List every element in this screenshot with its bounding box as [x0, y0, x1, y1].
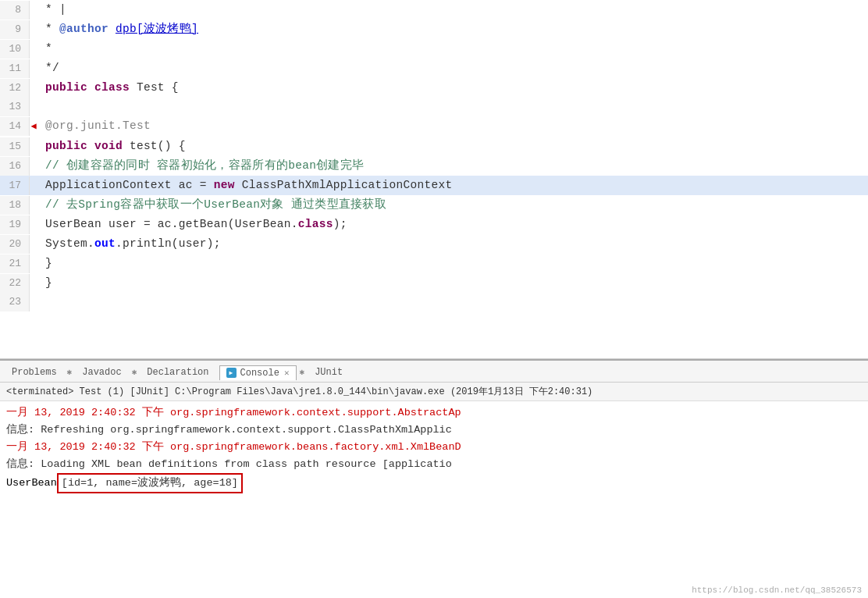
console-output: 一月 13, 2019 2:40:32 下午 org.springframewo…: [0, 401, 868, 598]
code-line-13: 13: [0, 98, 868, 116]
terminated-text: <terminated> Test (1) [JUnit] C:\Program…: [6, 386, 592, 397]
code-scroll[interactable]: 8 * | 9 * @author dpb[波波烤鸭] 10 * 11 */ 1…: [0, 0, 868, 358]
userbean-prefix: UserBean: [6, 475, 57, 492]
code-line-20: 20 System.out.println(user);: [0, 234, 868, 254]
code-line-14: 14 ◀ @org.junit.Test: [0, 116, 868, 137]
code-line-8: 8 * |: [0, 0, 868, 20]
code-line-17: 17 ApplicationContext ac = new ClassPath…: [0, 176, 868, 195]
tabs-bar: Problems ✱ Javadoc ✱ Declaration ▶ Conso…: [0, 361, 868, 383]
console-line-3: 一月 13, 2019 2:40:32 下午 org.springframewo…: [6, 439, 862, 456]
console-close-icon[interactable]: ✕: [284, 368, 290, 378]
code-line-9: 9 * @author dpb[波波烤鸭]: [0, 20, 868, 39]
editor-area: 8 * | 9 * @author dpb[波波烤鸭] 10 * 11 */ 1…: [0, 0, 868, 359]
tab-junit[interactable]: JUnit: [308, 365, 350, 379]
userbean-value: [id=1, name=波波烤鸭, age=18]: [57, 473, 243, 493]
junit-tab-label: JUnit: [315, 367, 343, 378]
horizontal-scrollbar[interactable]: [0, 358, 868, 359]
console-tab-label: Console: [240, 368, 279, 379]
console-line-4: 信息: Loading XML bean definitions from cl…: [6, 456, 862, 473]
console-line-5: UserBean [id=1, name=波波烤鸭, age=18]: [6, 473, 862, 493]
javadoc-tab-label: Javadoc: [82, 367, 121, 378]
problems-tab-label: Problems: [12, 367, 57, 378]
code-line-11: 11 */: [0, 59, 868, 78]
code-line-10: 10 *: [0, 39, 868, 59]
code-line-23: 23: [0, 293, 868, 311]
tab-declaration[interactable]: Declaration: [140, 365, 215, 379]
code-line-21: 21 }: [0, 254, 868, 273]
console-line-1: 一月 13, 2019 2:40:32 下午 org.springframewo…: [6, 404, 862, 422]
code-line-19: 19 UserBean user = ac.getBean(UserBean.c…: [0, 215, 868, 234]
code-line-12: 12 public class Test {: [0, 78, 868, 98]
code-line-15: 15 public void test() {: [0, 137, 868, 156]
watermark: https://blog.csdn.net/qq_38526573: [692, 586, 862, 595]
console-line-2: 信息: Refreshing org.springframework.conte…: [6, 422, 862, 439]
bottom-panel: Problems ✱ Javadoc ✱ Declaration ▶ Conso…: [0, 359, 868, 598]
tab-console[interactable]: ▶ Console ✕: [219, 365, 297, 380]
code-line-22: 22 }: [0, 273, 868, 293]
declaration-tab-label: Declaration: [147, 367, 208, 378]
tab-problems[interactable]: Problems: [5, 365, 64, 379]
code-line-18: 18 // 去Spring容器中获取一个UserBean对象 通过类型直接获取: [0, 195, 868, 215]
code-line-16: 16 // 创建容器的同时 容器初始化，容器所有的bean创建完毕: [0, 156, 868, 176]
console-icon: ▶: [226, 368, 237, 378]
tab-javadoc[interactable]: Javadoc: [75, 365, 128, 379]
console-header: <terminated> Test (1) [JUnit] C:\Program…: [0, 383, 868, 401]
